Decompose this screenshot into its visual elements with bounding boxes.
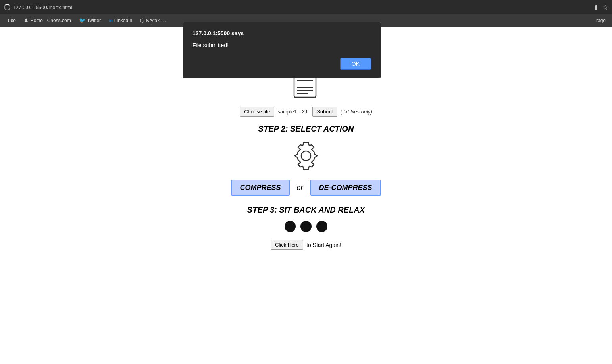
dialog-box: 127.0.0.1:5500 says File submitted! OK [183,22,381,78]
dialog-overlay: 127.0.0.1:5500 says File submitted! OK [0,0,612,364]
dialog-ok-button[interactable]: OK [340,58,371,70]
dialog-title: 127.0.0.1:5500 says [192,30,371,36]
dialog-message: File submitted! [192,42,371,48]
